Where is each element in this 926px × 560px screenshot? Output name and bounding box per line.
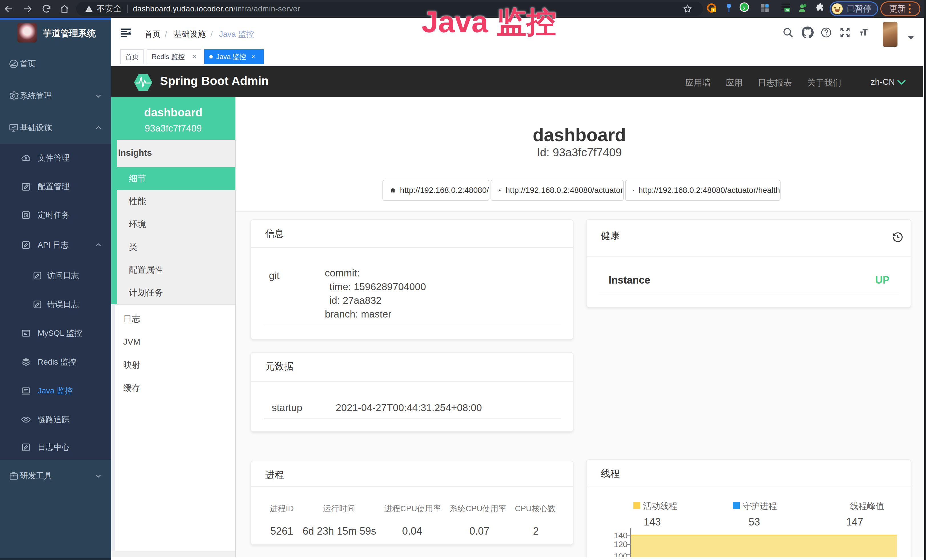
svg-text:on: on [785, 8, 789, 11]
svg-text:y: y [743, 5, 746, 10]
svg-text:1: 1 [713, 8, 715, 12]
